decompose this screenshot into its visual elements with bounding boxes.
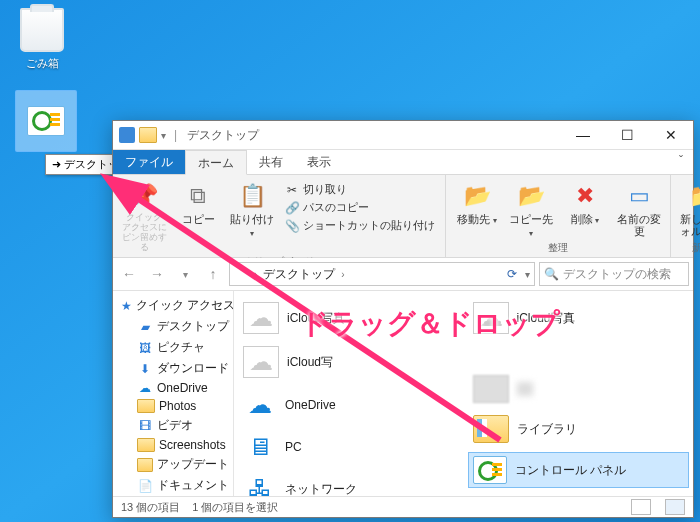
tab-file[interactable]: ファイル <box>113 150 185 174</box>
nav-back-button[interactable]: ← <box>117 263 141 285</box>
nav-photos[interactable]: Photos <box>113 397 233 415</box>
cut-button[interactable]: ✂切り取り <box>281 181 439 198</box>
search-placeholder: デスクトップの検索 <box>563 266 671 283</box>
item-pc[interactable]: 🖥 PC <box>238 429 460 465</box>
new-folder-button[interactable]: 📁 新しいフォルダー <box>677 179 700 239</box>
nav-desktop[interactable]: ▰デスクトップ <box>113 316 233 337</box>
drag-ghost-control-panel <box>15 90 77 152</box>
cut-icon: ✂ <box>285 183 299 197</box>
copy-button[interactable]: ⧉ コピー <box>173 179 223 227</box>
item-onedrive[interactable]: ☁ OneDrive <box>238 387 460 423</box>
view-icons-button[interactable] <box>665 499 685 515</box>
copy-to-icon: 📂 <box>516 181 546 211</box>
nav-up-button[interactable]: ↑ <box>201 263 225 285</box>
group-organize-label: 整理 <box>548 241 568 257</box>
paste-icon: 📋 <box>237 181 267 211</box>
navigation-pane[interactable]: ★ クイック アクセス ▰デスクトップ 🖼ピクチャ ⬇ダウンロード ☁OneDr… <box>113 291 234 496</box>
item-blurred[interactable]: •••• <box>468 372 690 406</box>
breadcrumb[interactable]: デスクトップ <box>261 266 337 283</box>
copy-to-button[interactable]: 📂 コピー先 <box>506 179 556 241</box>
item-network[interactable]: 🖧 ネットワーク <box>238 471 460 496</box>
close-button[interactable]: ✕ <box>649 121 693 149</box>
nav-forward-button[interactable]: → <box>145 263 169 285</box>
view-details-button[interactable] <box>631 499 651 515</box>
pin-button[interactable]: 📌 クイック アクセスにピン留めする <box>119 179 169 255</box>
content-pane[interactable]: ☁ iCloud写真 ☁ iCloud写 ☁ OneDrive 🖥 PC 🖧 <box>234 291 693 496</box>
icloud-icon: ☁ <box>473 302 509 334</box>
item-control-panel[interactable]: コントロール パネル <box>468 452 690 488</box>
onedrive-icon: ☁ <box>137 381 153 395</box>
nav-update[interactable]: アップデート <box>113 454 233 475</box>
tab-home[interactable]: ホーム <box>185 150 247 175</box>
move-to-icon: 📂 <box>462 181 492 211</box>
item-library[interactable]: ライブラリ <box>468 412 690 446</box>
rename-icon: ▭ <box>624 181 654 211</box>
chevron-right-icon[interactable]: › <box>341 269 344 280</box>
item-icloud-photos-2[interactable]: ☁ iCloud写 <box>238 343 460 381</box>
folder-icon <box>137 438 155 452</box>
recycle-bin-icon <box>20 8 64 52</box>
desktop-recycle-bin-label: ごみ箱 <box>12 56 72 71</box>
path-copy-icon: 🔗 <box>285 201 299 215</box>
icloud-icon: ☁ <box>243 302 279 334</box>
status-selected-count: 1 個の項目を選択 <box>192 500 278 515</box>
minimize-button[interactable]: — <box>561 121 605 149</box>
nav-onedrive[interactable]: ☁OneDrive <box>113 379 233 397</box>
paste-button[interactable]: 📋 貼り付け <box>227 179 277 241</box>
ribbon: 📌 クイック アクセスにピン留めする ⧉ コピー 📋 貼り付け ✂切り取り 🔗パ… <box>113 175 693 258</box>
address-bar[interactable]: › デスクトップ › ⟳ ▾ <box>229 262 535 286</box>
address-row: ← → ▾ ↑ › デスクトップ › ⟳ ▾ 🔍 デスクトップの検索 <box>113 258 693 291</box>
status-item-count: 13 個の項目 <box>121 500 180 515</box>
qat-dropdown-icon[interactable]: ▾ <box>161 130 166 141</box>
pictures-icon: 🖼 <box>137 341 153 355</box>
star-icon: ★ <box>121 299 132 313</box>
ribbon-tabs: ファイル ホーム 共有 表示 ˇ <box>113 150 693 175</box>
rename-button[interactable]: ▭ 名前の変更 <box>614 179 664 239</box>
group-new-label: 新規 <box>692 241 700 257</box>
network-icon: 🖧 <box>243 474 277 496</box>
search-input[interactable]: 🔍 デスクトップの検索 <box>539 262 689 286</box>
control-panel-icon <box>473 455 507 485</box>
library-icon <box>473 415 509 443</box>
onedrive-icon: ☁ <box>243 390 277 420</box>
delete-button[interactable]: ✖ 削除 <box>560 179 610 228</box>
folder-icon <box>137 399 155 413</box>
ribbon-collapse-icon[interactable]: ˇ <box>669 150 693 174</box>
tab-view[interactable]: 表示 <box>295 150 343 174</box>
nav-pictures[interactable]: 🖼ピクチャ <box>113 337 233 358</box>
new-folder-icon: 📁 <box>687 181 700 211</box>
folder-icon <box>139 127 157 143</box>
move-to-button[interactable]: 📂 移動先 <box>452 179 502 228</box>
maximize-button[interactable]: ☐ <box>605 121 649 149</box>
folder-icon <box>473 375 509 403</box>
desktop-icon: ▰ <box>137 320 153 334</box>
icloud-icon: ☁ <box>243 346 279 378</box>
desktop-recycle-bin[interactable]: ごみ箱 <box>12 8 72 71</box>
tab-share[interactable]: 共有 <box>247 150 295 174</box>
status-bar: 13 個の項目 1 個の項目を選択 <box>113 496 693 517</box>
titlebar[interactable]: ▾ | デスクトップ — ☐ ✕ <box>113 121 693 150</box>
explorer-icon <box>119 127 135 143</box>
videos-icon: 🎞 <box>137 419 153 433</box>
search-icon: 🔍 <box>544 267 559 281</box>
body-area: ★ クイック アクセス ▰デスクトップ 🖼ピクチャ ⬇ダウンロード ☁OneDr… <box>113 291 693 496</box>
nav-documents[interactable]: 📄ドキュメント <box>113 475 233 496</box>
paste-shortcut-button[interactable]: 📎ショートカットの貼り付け <box>281 217 439 234</box>
pin-icon: 📌 <box>129 181 159 211</box>
paste-shortcut-icon: 📎 <box>285 219 299 233</box>
nav-recent-button[interactable]: ▾ <box>173 263 197 285</box>
item-icloud-photos-r[interactable]: ☁ iCloud写真 <box>468 299 690 337</box>
nav-videos[interactable]: 🎞ビデオ <box>113 415 233 436</box>
nav-screenshots[interactable]: Screenshots <box>113 436 233 454</box>
explorer-window: ▾ | デスクトップ — ☐ ✕ ファイル ホーム 共有 表示 ˇ 📌 クイック… <box>112 120 694 518</box>
copy-icon: ⧉ <box>183 181 213 211</box>
refresh-button[interactable]: ⟳ <box>507 267 517 281</box>
window-title: デスクトップ <box>181 127 259 144</box>
nav-downloads[interactable]: ⬇ダウンロード <box>113 358 233 379</box>
nav-quick-access[interactable]: ★ クイック アクセス <box>113 295 233 316</box>
chevron-right-icon[interactable]: › <box>254 269 257 280</box>
path-copy-button[interactable]: 🔗パスのコピー <box>281 199 439 216</box>
chevron-down-icon[interactable]: ▾ <box>525 269 530 280</box>
item-icloud-photos[interactable]: ☁ iCloud写真 <box>238 299 460 337</box>
downloads-icon: ⬇ <box>137 362 153 376</box>
